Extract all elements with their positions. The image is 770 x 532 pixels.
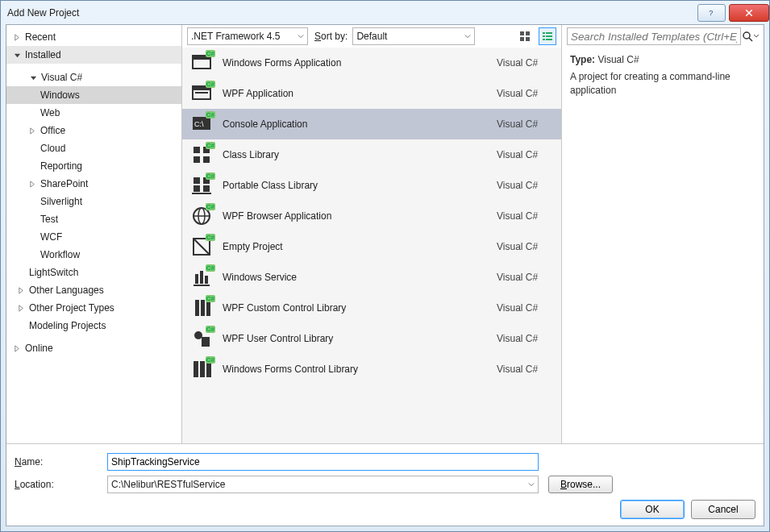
svg-point-44: [743, 32, 750, 39]
close-button[interactable]: [729, 4, 769, 22]
tree-item-visual-csharp[interactable]: Visual C#: [6, 69, 181, 86]
template-icon: C#: [190, 82, 213, 105]
svg-rect-41: [194, 361, 198, 377]
svg-rect-4: [526, 37, 530, 41]
view-small-icons-button[interactable]: [539, 27, 556, 45]
template-name: WPF Custom Control Library: [223, 302, 497, 314]
template-name: WPF Browser Application: [223, 210, 497, 222]
tree-item-reporting[interactable]: Reporting: [6, 157, 181, 175]
category-tree: Recent Installed Visual C# Windows Web: [6, 25, 182, 443]
template-language: Visual C#: [497, 333, 553, 344]
template-list[interactable]: C#Windows Forms ApplicationVisual C#C#WP…: [182, 48, 561, 443]
bottom-panel: Name: Location: C:\Nelibur\RESTfulServic…: [6, 443, 764, 526]
tree-item-online[interactable]: Online: [6, 339, 181, 357]
svg-rect-24: [194, 185, 200, 192]
template-icon: C#: [190, 205, 213, 227]
cancel-button[interactable]: Cancel: [691, 500, 755, 519]
ok-button[interactable]: OK: [620, 500, 685, 519]
window-title: Add New Project: [7, 7, 694, 19]
help-icon: ?: [707, 8, 717, 18]
template-language: Visual C#: [497, 149, 553, 160]
tree-item-workflow[interactable]: Workflow: [6, 246, 181, 264]
template-row[interactable]: C#WPF Custom Control LibraryVisual C#: [182, 293, 561, 323]
svg-rect-15: [195, 92, 208, 94]
tree-item-windows[interactable]: Windows: [6, 86, 181, 104]
search-button[interactable]: [741, 27, 759, 45]
chevron-down-icon: [298, 31, 304, 42]
template-language: Visual C#: [497, 241, 553, 252]
framework-dropdown[interactable]: .NET Framework 4.5: [187, 27, 308, 45]
sort-label: Sort by:: [314, 31, 348, 42]
svg-rect-22: [194, 177, 200, 184]
expand-icon: [28, 127, 37, 135]
framework-value: .NET Framework 4.5: [191, 31, 280, 42]
svg-rect-43: [206, 361, 211, 377]
tree-item-office[interactable]: Office: [6, 122, 181, 139]
sort-value: Default: [356, 31, 387, 42]
template-row[interactable]: C#Windows Forms Control LibraryVisual C#: [182, 354, 561, 384]
svg-rect-1: [520, 31, 524, 35]
chevron-down-icon: [464, 31, 471, 42]
template-row[interactable]: C#Windows Forms ApplicationVisual C#: [182, 48, 561, 78]
template-name: Windows Service: [223, 272, 497, 283]
tree-item-modeling-projects[interactable]: Modeling Projects: [6, 317, 181, 335]
titlebar: Add New Project ?: [1, 1, 769, 25]
name-input[interactable]: [107, 453, 539, 471]
svg-rect-21: [203, 156, 210, 163]
search-input[interactable]: [567, 27, 741, 45]
template-language: Visual C#: [497, 118, 553, 130]
view-medium-icons-button[interactable]: [516, 27, 534, 45]
template-icon: C#: [190, 358, 213, 380]
location-dropdown[interactable]: C:\Nelibur\RESTfulService: [107, 476, 539, 493]
template-icon: C#: [190, 327, 213, 350]
template-row[interactable]: C#WPF ApplicationVisual C#: [182, 78, 561, 109]
template-row[interactable]: C#Windows ServiceVisual C#: [182, 262, 561, 293]
expand-icon: [17, 304, 26, 313]
tree-item-sharepoint[interactable]: SharePoint: [6, 175, 181, 193]
svg-rect-32: [195, 274, 198, 284]
tree-item-lightswitch[interactable]: LightSwitch: [6, 264, 181, 281]
sort-dropdown[interactable]: Default: [352, 27, 475, 45]
template-row[interactable]: C#Class LibraryVisual C#: [182, 139, 561, 170]
svg-text:C:\: C:\: [194, 120, 204, 128]
tree-item-other-project-types[interactable]: Other Project Types: [6, 299, 181, 317]
expand-icon: [13, 33, 22, 42]
dialog-body: Recent Installed Visual C# Windows Web: [6, 24, 764, 526]
location-label: Location:: [15, 479, 107, 490]
close-icon: [744, 8, 754, 18]
svg-text:?: ?: [709, 9, 713, 17]
expand-icon: [28, 180, 37, 189]
svg-rect-10: [546, 39, 552, 40]
help-button[interactable]: ?: [697, 4, 726, 22]
browse-button[interactable]: Browse...: [548, 476, 613, 493]
template-row[interactable]: C#WPF User Control LibraryVisual C#: [182, 323, 561, 354]
collapse-icon: [13, 51, 22, 60]
list-icon: [542, 31, 553, 42]
tree-item-installed[interactable]: Installed: [6, 46, 181, 64]
tree-item-other-languages[interactable]: Other Languages: [6, 281, 181, 299]
tree-item-wcf[interactable]: WCF: [6, 228, 181, 246]
template-row[interactable]: C#Empty ProjectVisual C#: [182, 231, 561, 262]
template-row[interactable]: C:\C#Console ApplicationVisual C#: [182, 109, 561, 139]
svg-rect-2: [526, 31, 530, 35]
template-language: Visual C#: [497, 57, 553, 69]
template-name: Windows Forms Control Library: [223, 364, 497, 375]
template-icon: C#: [190, 235, 213, 258]
tree-item-web[interactable]: Web: [6, 104, 181, 122]
template-icon: C#: [190, 266, 213, 289]
tree-item-test[interactable]: Test: [6, 210, 181, 228]
template-row[interactable]: C#WPF Browser ApplicationVisual C#: [182, 201, 561, 231]
template-icon: C:\C#: [190, 113, 213, 135]
tree-item-recent[interactable]: Recent: [6, 28, 181, 46]
svg-rect-20: [194, 156, 200, 163]
template-name: Portable Class Library: [223, 180, 497, 191]
template-language: Visual C#: [497, 180, 553, 191]
collapse-icon: [29, 73, 38, 82]
svg-rect-40: [202, 337, 210, 347]
search-icon: [742, 31, 753, 42]
template-row[interactable]: C#Portable Class LibraryVisual C#: [182, 170, 561, 201]
tree-item-silverlight[interactable]: Silverlight: [6, 193, 181, 210]
template-icon: C#: [190, 174, 213, 197]
grid-icon: [519, 31, 531, 42]
tree-item-cloud[interactable]: Cloud: [6, 139, 181, 157]
